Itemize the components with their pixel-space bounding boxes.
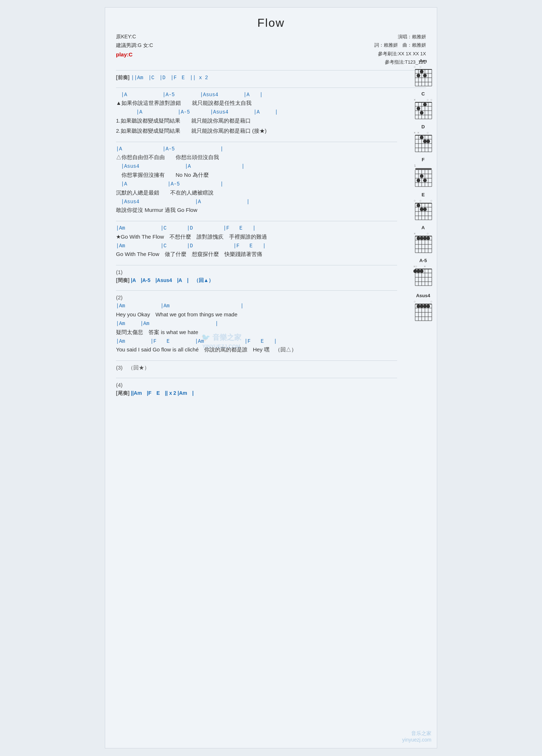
- svg-point-129: [420, 304, 423, 308]
- svg-point-64: [423, 179, 427, 182]
- chord-a: A × ○: [413, 225, 433, 253]
- svg-text:×○: ×○: [413, 265, 417, 268]
- section4: (4) [尾奏] ||Am |F E || x 2 |Am |: [116, 382, 397, 397]
- svg-point-80: [420, 208, 423, 211]
- svg-point-79: [417, 204, 420, 207]
- outro-line: [尾奏] ||Am |F E || x 2 |Am |: [116, 390, 397, 397]
- chord-asus4: Asus4 ○ ○: [413, 293, 433, 321]
- svg-text:×: ×: [417, 131, 419, 134]
- svg-text:○: ○: [430, 199, 432, 202]
- svg-text:○: ○: [427, 131, 429, 134]
- svg-point-95: [417, 236, 420, 240]
- chord-c-grid: × ○ ○: [413, 97, 433, 120]
- svg-point-48: [423, 140, 427, 143]
- svg-point-98: [426, 236, 430, 240]
- section1-interlude: [間奏] |A |A-5 |Asus4 |A | （回▲）: [116, 277, 397, 284]
- chord-e-grid: ○ ○ ○: [413, 198, 433, 221]
- svg-point-131: [426, 304, 430, 308]
- performer: 演唱：賴雅妍: [374, 33, 426, 41]
- divider3: [116, 142, 397, 142]
- divider5: [116, 265, 397, 265]
- section1-label: (1): [116, 269, 397, 275]
- svg-point-15: [423, 74, 427, 77]
- svg-text:×: ×: [414, 98, 416, 102]
- svg-point-81: [423, 208, 427, 211]
- chord-c-label: C: [421, 91, 425, 97]
- svg-point-114: [420, 269, 423, 273]
- svg-point-63: [417, 179, 420, 182]
- verse1-chords1: |A |A-5 |Asus4 |A |: [116, 91, 397, 99]
- verse2-chords2: |Asus4 |A |: [116, 163, 397, 170]
- svg-point-113: [417, 269, 420, 273]
- svg-point-128: [417, 304, 420, 308]
- meta-left: 原KEY:C 建議男調:G 女:C play:C: [116, 33, 153, 59]
- section2-lyric2: 疑問太傷悲 答案 is what we hate: [116, 328, 397, 337]
- verse2-chords1: |A |A-5 |: [116, 146, 397, 153]
- chord-a5-label: A-5: [420, 258, 427, 263]
- svg-point-30: [423, 103, 427, 106]
- chorus-section: |Am |C |D |F E | ★Go With The Flow 不想什麼 …: [116, 225, 397, 259]
- section2-lyric3: You said I said Go flow is all cliché 你說…: [116, 345, 397, 354]
- svg-text:○: ○: [414, 300, 416, 303]
- chord-f: F １: [413, 157, 433, 188]
- verse1-lyric2b: 2.如果聽說都變成疑問結果 就只能說你罵的都是藉口 (接★): [116, 127, 397, 135]
- chord-d-grid: × × ○: [413, 130, 433, 153]
- strum-pattern: 參考刷法:XX 1X XX 1X: [374, 50, 426, 58]
- svg-point-31: [417, 107, 420, 110]
- section2-chords2: |Am |Am |: [116, 320, 397, 328]
- svg-point-62: [420, 174, 423, 178]
- prelude-label: [前奏]: [116, 74, 129, 80]
- section2-chords3: |Am |F E |Am |F E |: [116, 338, 397, 345]
- svg-point-32: [420, 111, 423, 115]
- section3: (3) （回★）: [116, 364, 397, 371]
- verse2-lyric3: 沉默的人總是最錯 不在的人總被瞎說: [116, 188, 397, 197]
- chord-am-label: Am: [420, 58, 427, 64]
- svg-text:×: ×: [414, 131, 416, 134]
- section1: (1) [間奏] |A |A-5 |Asus4 |A | （回▲）: [116, 269, 397, 284]
- section4-label: (4): [116, 382, 397, 388]
- verse2-chords4: |Asus4 |A |: [116, 198, 397, 206]
- divider: [116, 70, 426, 71]
- page-title: Flow: [116, 16, 426, 30]
- verse1-section: |A |A-5 |Asus4 |A | ▲如果你說這世界誰對誰錯 就只能說都是任…: [116, 91, 397, 135]
- chord-a5-grid: ×○ ×: [413, 264, 433, 289]
- chord-diagrams: Am ○ ○ C: [413, 58, 433, 321]
- svg-point-13: [420, 70, 423, 73]
- chord-a-label: A: [421, 225, 425, 230]
- svg-text:×: ×: [414, 232, 416, 235]
- outro-label: [尾奏]: [116, 390, 129, 396]
- svg-text:×: ×: [424, 265, 426, 268]
- svg-point-47: [420, 136, 423, 139]
- svg-text:○: ○: [427, 98, 429, 102]
- suggested-key: 建議男調:G 女:C: [116, 41, 153, 50]
- verse2-section: |A |A-5 | △你想自由但不自由 你想出頭但沒自我 |Asus4 |A |…: [116, 146, 397, 214]
- divider6: [116, 290, 397, 291]
- original-key: 原KEY:C: [116, 33, 153, 41]
- svg-point-130: [423, 304, 427, 308]
- svg-point-97: [423, 236, 427, 240]
- chord-asus4-grid: ○ ○: [413, 299, 433, 321]
- svg-point-49: [426, 140, 430, 143]
- svg-text:○: ○: [430, 98, 432, 102]
- svg-text:○: ○: [420, 199, 421, 202]
- svg-text:○: ○: [414, 65, 416, 69]
- chord-f-label: F: [422, 157, 425, 162]
- section2-label: (2): [116, 294, 397, 300]
- chord-asus4-label: Asus4: [416, 293, 430, 298]
- svg-text:○: ○: [414, 199, 416, 202]
- outro-chords: ||Am |F E || x 2 |Am |: [131, 390, 194, 396]
- verse2-lyric1: △你想自由但不自由 你想出頭但沒自我: [116, 153, 397, 162]
- play-key: play:C: [116, 50, 153, 59]
- section2-chords1: |Am |Am |: [116, 303, 397, 310]
- verse1-lyric1: ▲如果你說這世界誰對誰錯 就只能說都是任性太自我: [116, 99, 397, 107]
- prelude-chords: ||Am |C |D |F E || x 2: [131, 75, 208, 81]
- chord-d: D × × ○: [413, 124, 433, 153]
- chorus-chords2: |Am |C |D |F E |: [116, 243, 397, 250]
- divider7: [116, 360, 397, 361]
- svg-point-96: [420, 236, 423, 240]
- chord-am: Am ○ ○: [413, 58, 433, 87]
- chord-am-grid: ○ ○: [413, 64, 433, 87]
- chord-a-grid: × ○: [413, 231, 433, 253]
- interlude-label: [間奏]: [116, 277, 129, 283]
- section2: (2) |Am |Am | Hey you Okay What we got f…: [116, 294, 397, 354]
